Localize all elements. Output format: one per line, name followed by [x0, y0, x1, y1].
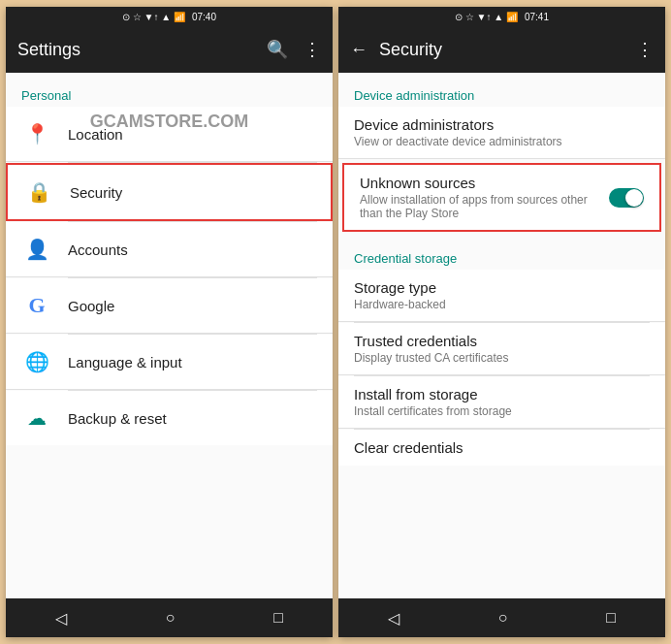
toggle-thumb	[625, 189, 643, 207]
storage-type-text: Storage type Hardware-backed	[354, 279, 650, 311]
location-item[interactable]: 📍 Location	[6, 107, 333, 162]
device-admins-item[interactable]: Device administrators View or deactivate…	[338, 107, 665, 159]
left-status-bar: ⊙ ☆ ▼↑ ▲ 📶 07:40	[6, 7, 333, 26]
storage-type-item[interactable]: Storage type Hardware-backed	[338, 270, 665, 322]
google-icon: G	[21, 290, 52, 321]
left-content: GCAMSTORE.COM Personal 📍 Location 🔒 Secu…	[6, 73, 333, 598]
clear-credentials-item[interactable]: Clear credentials	[338, 430, 665, 466]
accounts-item[interactable]: 👤 Accounts	[6, 222, 333, 277]
back-icon[interactable]: ←	[346, 36, 371, 64]
google-item[interactable]: G Google	[6, 278, 333, 334]
trusted-credentials-text: Trusted credentials Display trusted CA c…	[354, 333, 650, 365]
left-menu-icon[interactable]: ⋮	[300, 35, 325, 64]
language-icon: 🌐	[21, 346, 52, 377]
backup-icon: ☁	[21, 402, 52, 434]
accounts-text: Accounts	[68, 242, 317, 258]
language-item[interactable]: 🌐 Language & input	[6, 335, 333, 390]
device-admins-text: Device administrators View or deactivate…	[354, 116, 650, 148]
right-toolbar: ← Security ⋮	[338, 26, 665, 73]
google-text: Google	[68, 298, 317, 314]
right-time: 07:41	[525, 12, 549, 22]
left-time: 07:40	[192, 12, 216, 22]
install-from-storage-item[interactable]: Install from storage Install certificate…	[338, 376, 665, 429]
right-toolbar-title: Security	[379, 40, 628, 60]
unknown-sources-item[interactable]: Unknown sources Allow installation of ap…	[342, 163, 661, 232]
unknown-sources-toggle[interactable]	[609, 188, 644, 208]
left-toolbar-title: Settings	[17, 40, 259, 60]
right-content: Device administration Device administrat…	[338, 73, 665, 598]
left-home-button[interactable]: ○	[166, 609, 176, 627]
accounts-icon: 👤	[21, 234, 52, 265]
security-icon: 🔒	[23, 177, 54, 208]
security-item[interactable]: 🔒 Security	[6, 163, 333, 221]
search-icon[interactable]: 🔍	[263, 35, 292, 64]
install-from-storage-text: Install from storage Install certificate…	[354, 386, 650, 418]
left-status-icons: ⊙ ☆ ▼↑ ▲ 📶	[122, 12, 185, 22]
right-status-icons: ⊙ ☆ ▼↑ ▲ 📶	[455, 12, 518, 22]
location-text: Location	[68, 126, 317, 143]
left-recent-button[interactable]: □	[273, 609, 283, 627]
device-admin-header: Device administration	[338, 73, 665, 107]
unknown-sources-text: Unknown sources Allow installation of ap…	[360, 175, 609, 220]
left-nav-bar: ◁ ○ □	[6, 598, 333, 637]
right-menu-icon[interactable]: ⋮	[632, 35, 657, 64]
backup-item[interactable]: ☁ Backup & reset	[6, 391, 333, 445]
left-back-button[interactable]: ◁	[55, 609, 67, 628]
trusted-credentials-item[interactable]: Trusted credentials Display trusted CA c…	[338, 323, 665, 375]
clear-credentials-text: Clear credentials	[354, 439, 650, 456]
right-home-button[interactable]: ○	[498, 609, 508, 627]
right-nav-bar: ◁ ○ □	[338, 598, 665, 637]
right-recent-button[interactable]: □	[606, 609, 616, 627]
backup-text: Backup & reset	[68, 410, 317, 427]
right-status-bar: ⊙ ☆ ▼↑ ▲ 📶 07:41	[338, 7, 665, 26]
location-icon: 📍	[21, 118, 52, 149]
left-toolbar: Settings 🔍 ⋮	[6, 26, 333, 73]
right-back-button[interactable]: ◁	[388, 609, 399, 628]
security-text: Security	[70, 184, 315, 201]
language-text: Language & input	[68, 354, 317, 370]
credential-storage-header: Credential storage	[338, 236, 665, 270]
personal-section-header: Personal	[6, 73, 333, 107]
